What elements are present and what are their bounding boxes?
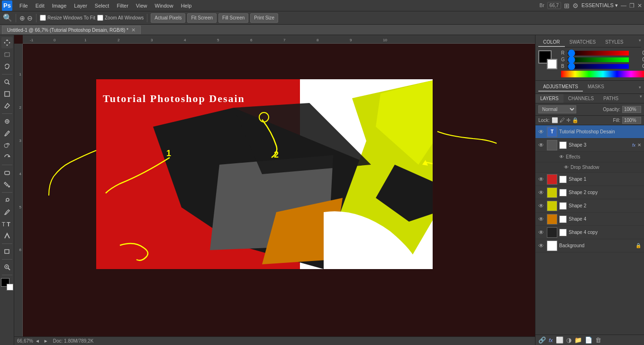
menu-view[interactable]: View — [133, 2, 151, 9]
type-tool[interactable]: T T — [1, 218, 13, 230]
color-spectrum[interactable] — [561, 71, 644, 77]
zoom-all-windows-checkbox[interactable] — [97, 15, 103, 21]
layer-shape3-delete[interactable]: ✕ — [637, 142, 641, 148]
menu-select[interactable]: Select — [91, 2, 113, 9]
delete-layer-button[interactable]: 🗑 — [595, 336, 601, 344]
layer-shape2copy[interactable]: 👁 Shape 2 copy — [535, 186, 644, 199]
menu-file[interactable]: File — [16, 2, 31, 9]
bridge-icon[interactable]: Br — [540, 3, 544, 8]
layer-background-visibility[interactable]: 👁 — [538, 242, 545, 249]
tools-icon[interactable]: ⚙ — [572, 2, 579, 9]
crop-tool[interactable] — [1, 88, 13, 100]
layer-shape2-visibility[interactable]: 👁 — [538, 203, 545, 209]
layers-panel-collapse[interactable]: ▾ — [640, 94, 642, 103]
tab-channels[interactable]: CHANNELS — [563, 94, 599, 103]
lock-position-button[interactable]: ✛ — [566, 117, 571, 123]
svg-marker-3 — [9, 42, 10, 44]
dodge-tool[interactable] — [1, 195, 13, 206]
zoom-out-icon[interactable]: ⊖ — [27, 14, 33, 22]
layer-shape4copy-visibility[interactable]: 👁 — [538, 229, 545, 236]
g-slider[interactable] — [568, 57, 629, 62]
document-tab[interactable]: Untitled-1 @ 66,7% (Tutorial Photoshop D… — [2, 26, 141, 34]
path-selection-tool[interactable] — [1, 230, 13, 242]
fill-input[interactable] — [622, 117, 641, 124]
bg-color-swatch[interactable] — [547, 59, 557, 69]
quick-selection-tool[interactable] — [1, 76, 13, 88]
menu-layer[interactable]: Layer — [71, 2, 91, 9]
lock-image-pixels-button[interactable]: 🖊 — [560, 117, 565, 123]
background-swatch[interactable] — [7, 284, 13, 290]
status-nav-right[interactable]: ► — [44, 338, 48, 344]
create-layer-button[interactable]: 📄 — [585, 336, 592, 344]
tab-color[interactable]: COLOR — [538, 38, 565, 47]
paint-bucket-tool[interactable] — [1, 179, 13, 190]
rectangle-tool[interactable] — [1, 246, 13, 257]
b-slider[interactable] — [568, 64, 629, 69]
history-brush-tool[interactable] — [1, 151, 13, 163]
actual-pixels-button[interactable]: Actual Pixels — [151, 13, 185, 23]
add-layer-style-button[interactable]: fx — [549, 337, 553, 343]
tab-styles[interactable]: STYLES — [600, 38, 628, 47]
layer-shape4copy[interactable]: 👁 Shape 4 copy — [535, 226, 644, 239]
layer-background[interactable]: 👁 Background 🔒 — [535, 239, 644, 252]
zoom-in-icon[interactable]: ⊕ — [19, 14, 25, 22]
menu-image[interactable]: Image — [49, 2, 70, 9]
opacity-input[interactable] — [622, 106, 641, 113]
layer-shape3-fx-badge[interactable]: fx — [632, 143, 635, 148]
create-adjustment-button[interactable]: ◑ — [566, 336, 571, 344]
adjustments-panel-collapse[interactable]: ▾ — [639, 85, 641, 90]
tab-paths[interactable]: PATHS — [599, 94, 623, 103]
brush-tool[interactable] — [1, 128, 13, 139]
drop-shadow-eye-icon[interactable]: 👁 — [564, 165, 569, 170]
layer-tutorial-text[interactable]: 👁 T Tutorial Photoshop Desain — [535, 125, 644, 139]
move-tool[interactable] — [1, 37, 13, 48]
menu-filter[interactable]: Filter — [113, 2, 131, 9]
layer-shape4-visibility[interactable]: 👁 — [538, 216, 545, 223]
link-layers-button[interactable]: 🔗 — [538, 336, 546, 344]
zoom-all-windows-checkbox-label[interactable]: Zoom All Windows — [97, 15, 144, 21]
restore-button[interactable]: ❐ — [629, 2, 635, 9]
layer-shape3-visibility[interactable]: 👁 — [538, 142, 545, 149]
layer-shape2[interactable]: 👁 Shape 2 — [535, 199, 644, 213]
layer-shape1-visibility[interactable]: 👁 — [538, 176, 545, 183]
fill-screen-button[interactable]: Fill Screen — [218, 13, 248, 23]
zoom-tool[interactable] — [1, 261, 13, 273]
pen-tool[interactable] — [1, 206, 13, 218]
layer-shape2copy-visibility[interactable]: 👁 — [538, 189, 545, 196]
add-mask-button[interactable]: ⬜ — [556, 336, 563, 344]
rectangle-marquee-tool[interactable] — [1, 49, 13, 60]
blend-mode-select[interactable]: Normal — [538, 105, 576, 113]
status-nav-left[interactable]: ◄ — [35, 338, 40, 344]
layer-shape3[interactable]: 👁 Shape 3 fx ✕ — [535, 139, 644, 152]
lock-transparent-pixels-button[interactable]: ⬜ — [552, 117, 558, 123]
clone-stamp-tool[interactable] — [1, 140, 13, 151]
essentials-button[interactable]: ESSENTIALS ▾ — [581, 2, 618, 9]
layer-shape4[interactable]: 👁 Shape 4 — [535, 213, 644, 226]
tab-layers[interactable]: LAYERS — [535, 94, 563, 103]
eraser-tool[interactable] — [1, 167, 13, 178]
print-size-button[interactable]: Print Size — [250, 13, 278, 23]
menu-help[interactable]: Help — [178, 2, 195, 9]
lock-all-button[interactable]: 🔒 — [572, 117, 579, 123]
arrange-icon[interactable]: ⊞ — [564, 2, 570, 9]
fit-screen-button[interactable]: Fit Screen — [187, 13, 217, 23]
tab-masks[interactable]: MASKS — [583, 83, 609, 92]
spot-healing-brush-tool[interactable] — [1, 116, 13, 127]
close-button[interactable]: ✕ — [637, 2, 642, 9]
layer-shape1[interactable]: 👁 Shape 1 — [535, 173, 644, 186]
eyedropper-tool[interactable] — [1, 100, 13, 112]
create-group-button[interactable]: 📁 — [574, 336, 582, 344]
tab-close-button[interactable]: ✕ — [131, 27, 136, 33]
tab-swatches[interactable]: SWATCHES — [565, 38, 601, 47]
menu-window[interactable]: Window — [152, 2, 177, 9]
layer-tutorial-text-visibility[interactable]: 👁 — [538, 129, 545, 135]
tab-adjustments[interactable]: ADJUSTMENTS — [538, 83, 583, 92]
color-panel-collapse[interactable]: ▾ — [639, 38, 641, 47]
resize-windows-checkbox-label[interactable]: Resize Windows To Fit — [40, 15, 95, 21]
r-slider[interactable] — [568, 51, 629, 56]
resize-windows-checkbox[interactable] — [40, 15, 46, 21]
menu-edit[interactable]: Edit — [32, 2, 48, 9]
lasso-tool[interactable] — [1, 61, 13, 72]
effects-eye-icon[interactable]: 👁 — [559, 154, 564, 159]
minimize-button[interactable]: — — [621, 2, 626, 9]
